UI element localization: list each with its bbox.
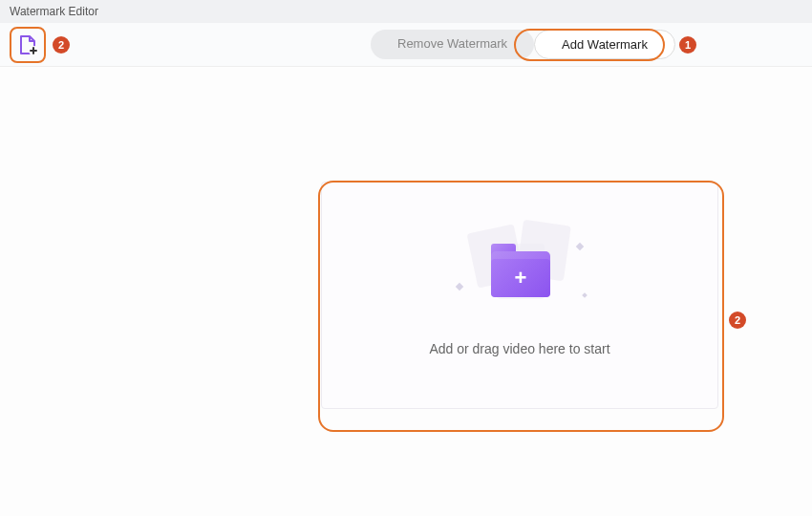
toolbar: Remove Watermark Add Watermark: [0, 23, 812, 67]
tab-group: Remove Watermark Add Watermark: [371, 30, 675, 59]
video-dropzone[interactable]: + Add or drag video here to start: [321, 182, 718, 409]
dropzone-illustration: +: [443, 225, 596, 320]
main-area: + Add or drag video here to start: [0, 67, 812, 516]
window-title: Watermark Editor: [10, 5, 98, 18]
title-bar: Watermark Editor: [0, 0, 812, 23]
add-file-icon: [16, 33, 39, 56]
dropzone-message: Add or drag video here to start: [429, 341, 609, 356]
folder-plus-icon: +: [491, 251, 550, 297]
add-file-button[interactable]: [13, 31, 42, 59]
tab-add-watermark[interactable]: Add Watermark: [534, 30, 675, 59]
tab-remove-watermark[interactable]: Remove Watermark: [371, 30, 534, 59]
